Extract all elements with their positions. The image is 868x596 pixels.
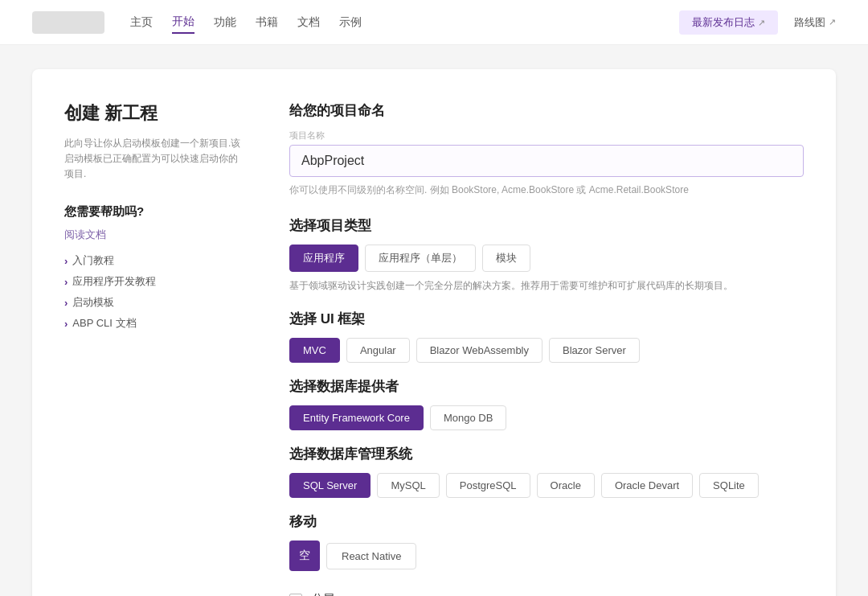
tiered-text: 分层 创建一个分层解决方案,其中Web和Http API层在物理上是分离的。如果… [312,592,804,596]
db-sqlite-btn[interactable]: SQLite [699,473,759,498]
help-title: 您需要帮助吗? [64,204,241,220]
release-notes-button[interactable]: 最新发布日志 ↗ [679,10,778,35]
db-provider-section: 选择数据库提供者 Entity Framework Core Mongo DB [289,377,804,430]
db-sqlserver-btn[interactable]: SQL Server [289,473,371,498]
logo [32,11,104,34]
header-left: 主页 开始 功能 书籍 文档 示例 [32,11,362,34]
read-docs-link[interactable]: 阅读文档 [64,228,241,242]
sidebar: 创建 新工程 此向导让你从启动模板创建一个新项目.该启动模板已正确配置为可以快速… [64,101,241,596]
project-type-title: 选择项目类型 [289,216,804,235]
nav-item-start[interactable]: 开始 [172,11,194,34]
sidebar-link-item[interactable]: ABP CLI 文档 [64,316,241,331]
db-mongo-btn[interactable]: Mongo DB [430,405,506,430]
ui-blazor-wasm-btn[interactable]: Blazor WebAssembly [416,338,542,363]
db-management-section: 选择数据库管理系统 SQL Server MySQL PostgreSQL Or… [289,445,804,498]
type-application-btn[interactable]: 应用程序 [289,245,358,272]
ui-framework-section: 选择 UI 框架 MVC Angular Blazor WebAssembly … [289,310,804,363]
db-oracle-devart-btn[interactable]: Oracle Devart [601,473,693,498]
ui-mvc-btn[interactable]: MVC [289,338,340,363]
nav-item-examples[interactable]: 示例 [339,12,362,33]
external-link-icon: ↗ [758,18,765,27]
tiered-section: 分层 创建一个分层解决方案,其中Web和Http API层在物理上是分离的。如果… [289,586,804,596]
roadmap-link[interactable]: 路线图 ↗ [794,15,836,30]
mobile-react-native-btn[interactable]: React Native [326,543,416,569]
nav-item-docs[interactable]: 文档 [297,12,320,33]
project-type-group: 应用程序 应用程序（单层） 模块 [289,245,804,272]
header: 主页 开始 功能 书籍 文档 示例 最新发布日志 ↗ 路线图 ↗ [0,0,868,45]
db-management-title: 选择数据库管理系统 [289,445,804,463]
mobile-empty-btn[interactable]: 空 [289,541,320,571]
sidebar-link-item[interactable]: 启动模板 [64,295,241,310]
nav-item-books[interactable]: 书籍 [256,12,278,33]
db-oracle-btn[interactable]: Oracle [537,473,595,498]
type-module-btn[interactable]: 模块 [482,245,530,272]
db-provider-group: Entity Framework Core Mongo DB [289,405,804,430]
project-name-input[interactable] [289,145,804,177]
project-name-section: 给您的项目命名 项目名称 你可以使用不同级别的名称空间. 例如 BookStor… [289,101,804,197]
project-name-hint: 你可以使用不同级别的名称空间. 例如 BookStore, Acme.BookS… [289,183,804,197]
project-name-title: 给您的项目命名 [289,101,804,120]
type-application-single-btn[interactable]: 应用程序（单层） [365,245,476,272]
header-right: 最新发布日志 ↗ 路线图 ↗ [679,10,836,35]
external-link-icon-2: ↗ [829,17,836,27]
ui-blazor-server-btn[interactable]: Blazor Server [549,338,640,363]
sidebar-link-item[interactable]: 应用程序开发教程 [64,274,241,289]
project-type-desc: 基于领域驱动设计实践创建一个完全分层的解决方案。推荐用于需要可维护和可扩展代码库… [289,278,804,294]
content: 给您的项目命名 项目名称 你可以使用不同级别的名称空间. 例如 BookStor… [289,101,804,596]
tiered-label: 分层 [312,592,804,596]
ui-angular-btn[interactable]: Angular [346,338,410,363]
db-postgresql-btn[interactable]: PostgreSQL [446,473,530,498]
db-management-group: SQL Server MySQL PostgreSQL Oracle Oracl… [289,473,804,498]
db-mysql-btn[interactable]: MySQL [377,473,439,498]
sidebar-desc: 此向导让你从启动模板创建一个新项目.该启动模板已正确配置为可以快速启动你的项目. [64,136,241,183]
ui-framework-title: 选择 UI 框架 [289,310,804,328]
sidebar-links: 入门教程 应用程序开发教程 启动模板 ABP CLI 文档 [64,253,241,331]
sidebar-link-item[interactable]: 入门教程 [64,253,241,268]
nav-item-features[interactable]: 功能 [214,12,236,33]
project-type-section: 选择项目类型 应用程序 应用程序（单层） 模块 基于领域驱动设计实践创建一个完全… [289,216,804,294]
input-label: 项目名称 [289,129,804,142]
db-ef-btn[interactable]: Entity Framework Core [289,405,424,430]
mobile-btn-group: 空 React Native [289,541,804,571]
nav: 主页 开始 功能 书籍 文档 示例 [130,11,362,34]
nav-item-home[interactable]: 主页 [130,12,153,33]
mobile-section: 移动 空 React Native [289,512,804,571]
ui-framework-group: MVC Angular Blazor WebAssembly Blazor Se… [289,338,804,363]
mobile-title: 移动 [289,512,804,531]
main-container: 创建 新工程 此向导让你从启动模板创建一个新项目.该启动模板已正确配置为可以快速… [32,69,836,596]
db-provider-title: 选择数据库提供者 [289,377,804,396]
sidebar-title: 创建 新工程 [64,101,241,126]
